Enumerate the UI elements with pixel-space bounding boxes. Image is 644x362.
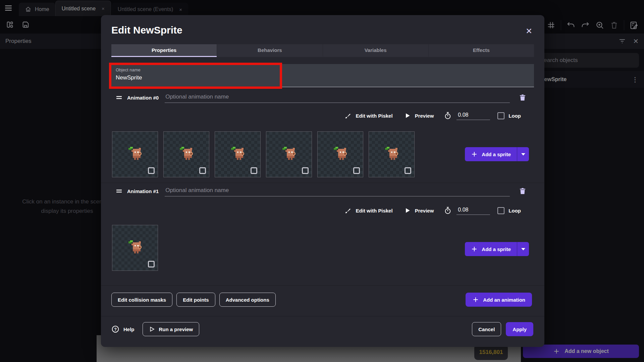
add-sprite-dropdown-button[interactable] <box>517 147 529 161</box>
object-name-field[interactable]: Object name NewSprite <box>111 64 534 87</box>
delete-animation-button[interactable] <box>519 93 527 102</box>
sprite-frame-thumbnail[interactable] <box>163 131 209 177</box>
add-sprite-split-button: Add a sprite <box>465 242 529 256</box>
edit-sprite-dialog: Edit NewSprite ✕ Properties Behaviors Va… <box>101 15 544 347</box>
frame-select-checkbox[interactable] <box>148 261 155 267</box>
edit-collision-masks-button[interactable]: Edit collision masks <box>111 293 172 307</box>
play-icon <box>404 207 411 214</box>
delete-animation-button[interactable] <box>519 187 527 195</box>
object-name-value: NewSprite <box>116 74 534 81</box>
pig-sprite <box>382 144 402 164</box>
sprite-tools: Edit collision masks Edit points Advance… <box>111 293 276 307</box>
pig-sprite <box>125 144 145 164</box>
frame-select-checkbox[interactable] <box>405 167 411 174</box>
stopwatch-icon <box>444 206 452 215</box>
frame-select-checkbox[interactable] <box>302 167 309 174</box>
sprite-frame-thumbnail[interactable] <box>369 131 415 177</box>
section-divider <box>101 316 544 316</box>
edit-with-piskel-button[interactable]: Edit with Piskel <box>356 208 393 214</box>
pig-sprite <box>125 237 145 257</box>
run-preview-button[interactable]: Run a preview <box>143 322 200 336</box>
object-name-label: Object name <box>116 67 534 72</box>
frame-select-checkbox[interactable] <box>251 167 257 174</box>
sprite-frame-thumbnail[interactable] <box>317 131 363 177</box>
pig-sprite <box>279 144 299 164</box>
edit-points-button[interactable]: Edit points <box>176 293 215 307</box>
plus-icon <box>471 246 478 252</box>
sprite-frame-thumbnail[interactable] <box>266 131 312 177</box>
animation-label: Animation #1 <box>127 188 159 194</box>
play-icon <box>404 112 411 119</box>
time-between-frames-input[interactable] <box>457 111 490 120</box>
pig-sprite <box>330 144 351 164</box>
drag-handle-icon[interactable] <box>116 95 122 100</box>
section-divider <box>101 183 544 183</box>
tab-properties[interactable]: Properties <box>111 44 217 57</box>
loop-label: Loop <box>508 208 521 214</box>
sprite-frame-thumbnail[interactable] <box>112 131 158 177</box>
section-divider <box>101 285 544 286</box>
animation-0-header: Animation #0 <box>116 92 527 104</box>
plus-icon <box>471 151 478 158</box>
loop-checkbox[interactable] <box>497 112 504 119</box>
add-sprite-split-button: Add a sprite <box>465 147 529 161</box>
dialog-actions: ? Help Run a preview Cancel Apply <box>111 322 533 336</box>
brush-icon <box>344 207 352 215</box>
cancel-button[interactable]: Cancel <box>472 322 501 336</box>
animation-1-frames <box>112 225 158 271</box>
pig-sprite <box>176 144 197 164</box>
frame-select-checkbox[interactable] <box>199 167 206 174</box>
apply-button[interactable]: Apply <box>506 322 533 336</box>
trash-icon <box>519 93 527 102</box>
drag-handle-icon[interactable] <box>116 188 122 194</box>
dialog-tabs: Properties Behaviors Variables Effects <box>111 44 534 57</box>
close-icon[interactable]: ✕ <box>526 26 532 36</box>
animation-name-input[interactable] <box>165 186 510 196</box>
sprite-frame-thumbnail[interactable] <box>112 225 158 271</box>
sprite-frame-thumbnail[interactable] <box>215 131 261 177</box>
trash-icon <box>519 187 527 195</box>
animation-label: Animation #0 <box>127 95 159 101</box>
animation-1-header: Animation #1 <box>116 185 527 197</box>
edit-with-piskel-button[interactable]: Edit with Piskel <box>356 113 393 119</box>
add-sprite-button[interactable]: Add a sprite <box>465 147 517 161</box>
tab-effects[interactable]: Effects <box>428 44 534 57</box>
advanced-options-button[interactable]: Advanced options <box>219 293 276 307</box>
animation-0-controls: Edit with Piskel Preview Loop <box>344 109 521 122</box>
gdevelop-app: Home Untitled scene × Untitled scene (Ev… <box>0 0 644 362</box>
animation-1-controls: Edit with Piskel Preview Loop <box>344 204 521 217</box>
tab-variables[interactable]: Variables <box>323 44 428 57</box>
add-sprite-button[interactable]: Add a sprite <box>465 242 517 256</box>
tab-behaviors[interactable]: Behaviors <box>217 44 322 57</box>
plus-icon <box>472 296 479 303</box>
dialog-title: Edit NewSprite <box>111 24 182 36</box>
preview-button[interactable]: Preview <box>415 208 434 214</box>
loop-label: Loop <box>508 113 521 119</box>
stopwatch-icon <box>444 112 452 120</box>
pig-sprite <box>228 144 248 164</box>
caret-down-icon <box>521 153 525 156</box>
caret-down-icon <box>521 248 525 250</box>
help-icon: ? <box>111 325 119 333</box>
add-sprite-dropdown-button[interactable] <box>517 242 529 256</box>
preview-button[interactable]: Preview <box>415 113 434 119</box>
brush-icon <box>344 112 352 120</box>
play-icon <box>149 326 155 332</box>
animation-0-frames <box>112 131 415 177</box>
frame-select-checkbox[interactable] <box>353 167 360 174</box>
time-between-frames-input[interactable] <box>457 206 490 215</box>
add-animation-button[interactable]: Add an animation <box>466 293 532 307</box>
loop-checkbox[interactable] <box>497 207 504 214</box>
svg-text:?: ? <box>114 327 117 332</box>
animation-name-input[interactable] <box>165 92 510 103</box>
frame-select-checkbox[interactable] <box>148 167 155 174</box>
help-button[interactable]: ? Help <box>111 325 135 333</box>
